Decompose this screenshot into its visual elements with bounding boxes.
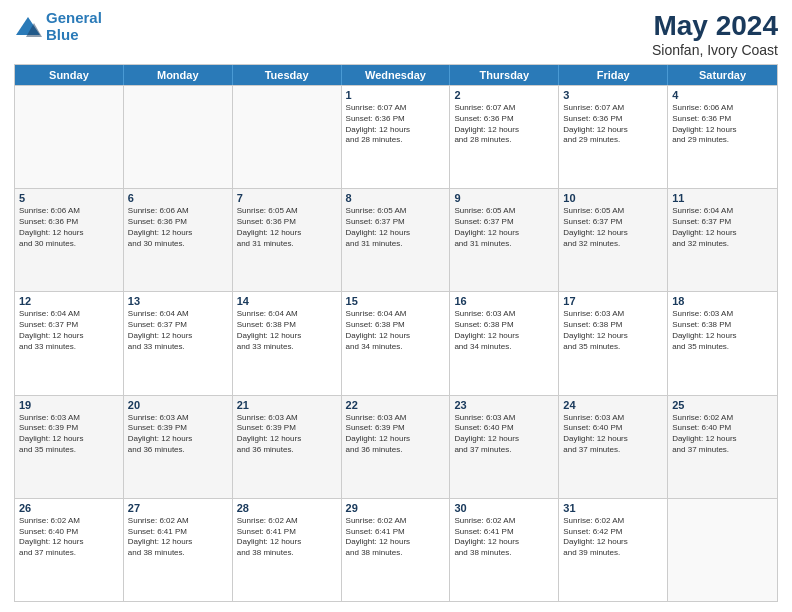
day-number: 3 bbox=[563, 89, 663, 101]
day-number: 18 bbox=[672, 295, 773, 307]
logo-line1: General bbox=[46, 9, 102, 26]
cell-info: Sunrise: 6:05 AM Sunset: 6:37 PM Dayligh… bbox=[346, 206, 446, 249]
calendar-cell: 7Sunrise: 6:05 AM Sunset: 6:36 PM Daylig… bbox=[233, 189, 342, 291]
day-number: 10 bbox=[563, 192, 663, 204]
calendar-cell: 27Sunrise: 6:02 AM Sunset: 6:41 PM Dayli… bbox=[124, 499, 233, 601]
cell-info: Sunrise: 6:07 AM Sunset: 6:36 PM Dayligh… bbox=[563, 103, 663, 146]
cell-info: Sunrise: 6:06 AM Sunset: 6:36 PM Dayligh… bbox=[672, 103, 773, 146]
calendar-cell: 25Sunrise: 6:02 AM Sunset: 6:40 PM Dayli… bbox=[668, 396, 777, 498]
day-number: 9 bbox=[454, 192, 554, 204]
cell-info: Sunrise: 6:03 AM Sunset: 6:38 PM Dayligh… bbox=[672, 309, 773, 352]
calendar-cell: 9Sunrise: 6:05 AM Sunset: 6:37 PM Daylig… bbox=[450, 189, 559, 291]
day-number: 16 bbox=[454, 295, 554, 307]
calendar-header-cell: Tuesday bbox=[233, 65, 342, 85]
logo-text: General Blue bbox=[46, 10, 102, 43]
cell-info: Sunrise: 6:02 AM Sunset: 6:41 PM Dayligh… bbox=[128, 516, 228, 559]
calendar-cell: 14Sunrise: 6:04 AM Sunset: 6:38 PM Dayli… bbox=[233, 292, 342, 394]
cell-info: Sunrise: 6:04 AM Sunset: 6:37 PM Dayligh… bbox=[672, 206, 773, 249]
cell-info: Sunrise: 6:04 AM Sunset: 6:37 PM Dayligh… bbox=[128, 309, 228, 352]
calendar-header-cell: Thursday bbox=[450, 65, 559, 85]
day-number: 12 bbox=[19, 295, 119, 307]
calendar-cell: 13Sunrise: 6:04 AM Sunset: 6:37 PM Dayli… bbox=[124, 292, 233, 394]
day-number: 21 bbox=[237, 399, 337, 411]
day-number: 23 bbox=[454, 399, 554, 411]
calendar-cell bbox=[124, 86, 233, 188]
calendar-header-cell: Saturday bbox=[668, 65, 777, 85]
calendar-cell: 24Sunrise: 6:03 AM Sunset: 6:40 PM Dayli… bbox=[559, 396, 668, 498]
day-number: 8 bbox=[346, 192, 446, 204]
calendar-cell: 26Sunrise: 6:02 AM Sunset: 6:40 PM Dayli… bbox=[15, 499, 124, 601]
calendar-cell: 31Sunrise: 6:02 AM Sunset: 6:42 PM Dayli… bbox=[559, 499, 668, 601]
calendar-cell: 6Sunrise: 6:06 AM Sunset: 6:36 PM Daylig… bbox=[124, 189, 233, 291]
calendar-cell: 4Sunrise: 6:06 AM Sunset: 6:36 PM Daylig… bbox=[668, 86, 777, 188]
day-number: 25 bbox=[672, 399, 773, 411]
day-number: 4 bbox=[672, 89, 773, 101]
day-number: 5 bbox=[19, 192, 119, 204]
cell-info: Sunrise: 6:05 AM Sunset: 6:37 PM Dayligh… bbox=[454, 206, 554, 249]
calendar-cell: 3Sunrise: 6:07 AM Sunset: 6:36 PM Daylig… bbox=[559, 86, 668, 188]
cell-info: Sunrise: 6:02 AM Sunset: 6:41 PM Dayligh… bbox=[237, 516, 337, 559]
calendar-cell: 22Sunrise: 6:03 AM Sunset: 6:39 PM Dayli… bbox=[342, 396, 451, 498]
calendar-cell: 12Sunrise: 6:04 AM Sunset: 6:37 PM Dayli… bbox=[15, 292, 124, 394]
calendar-header-cell: Wednesday bbox=[342, 65, 451, 85]
day-number: 13 bbox=[128, 295, 228, 307]
day-number: 28 bbox=[237, 502, 337, 514]
cell-info: Sunrise: 6:05 AM Sunset: 6:36 PM Dayligh… bbox=[237, 206, 337, 249]
cell-info: Sunrise: 6:05 AM Sunset: 6:37 PM Dayligh… bbox=[563, 206, 663, 249]
cell-info: Sunrise: 6:07 AM Sunset: 6:36 PM Dayligh… bbox=[454, 103, 554, 146]
subtitle: Sionfan, Ivory Coast bbox=[652, 42, 778, 58]
cell-info: Sunrise: 6:04 AM Sunset: 6:37 PM Dayligh… bbox=[19, 309, 119, 352]
cell-info: Sunrise: 6:03 AM Sunset: 6:38 PM Dayligh… bbox=[454, 309, 554, 352]
calendar-cell: 1Sunrise: 6:07 AM Sunset: 6:36 PM Daylig… bbox=[342, 86, 451, 188]
cell-info: Sunrise: 6:02 AM Sunset: 6:41 PM Dayligh… bbox=[454, 516, 554, 559]
day-number: 26 bbox=[19, 502, 119, 514]
day-number: 29 bbox=[346, 502, 446, 514]
calendar-cell: 30Sunrise: 6:02 AM Sunset: 6:41 PM Dayli… bbox=[450, 499, 559, 601]
calendar-cell: 19Sunrise: 6:03 AM Sunset: 6:39 PM Dayli… bbox=[15, 396, 124, 498]
cell-info: Sunrise: 6:03 AM Sunset: 6:39 PM Dayligh… bbox=[237, 413, 337, 456]
day-number: 27 bbox=[128, 502, 228, 514]
calendar-cell: 29Sunrise: 6:02 AM Sunset: 6:41 PM Dayli… bbox=[342, 499, 451, 601]
day-number: 11 bbox=[672, 192, 773, 204]
calendar-cell: 18Sunrise: 6:03 AM Sunset: 6:38 PM Dayli… bbox=[668, 292, 777, 394]
cell-info: Sunrise: 6:02 AM Sunset: 6:42 PM Dayligh… bbox=[563, 516, 663, 559]
calendar-cell: 16Sunrise: 6:03 AM Sunset: 6:38 PM Dayli… bbox=[450, 292, 559, 394]
cell-info: Sunrise: 6:02 AM Sunset: 6:40 PM Dayligh… bbox=[19, 516, 119, 559]
cell-info: Sunrise: 6:03 AM Sunset: 6:40 PM Dayligh… bbox=[563, 413, 663, 456]
calendar-week: 5Sunrise: 6:06 AM Sunset: 6:36 PM Daylig… bbox=[15, 188, 777, 291]
main-title: May 2024 bbox=[652, 10, 778, 42]
calendar-cell: 2Sunrise: 6:07 AM Sunset: 6:36 PM Daylig… bbox=[450, 86, 559, 188]
cell-info: Sunrise: 6:03 AM Sunset: 6:39 PM Dayligh… bbox=[346, 413, 446, 456]
calendar-header-cell: Sunday bbox=[15, 65, 124, 85]
cell-info: Sunrise: 6:02 AM Sunset: 6:40 PM Dayligh… bbox=[672, 413, 773, 456]
day-number: 2 bbox=[454, 89, 554, 101]
logo: General Blue bbox=[14, 10, 102, 43]
day-number: 17 bbox=[563, 295, 663, 307]
day-number: 15 bbox=[346, 295, 446, 307]
calendar-cell: 8Sunrise: 6:05 AM Sunset: 6:37 PM Daylig… bbox=[342, 189, 451, 291]
calendar-week: 12Sunrise: 6:04 AM Sunset: 6:37 PM Dayli… bbox=[15, 291, 777, 394]
calendar-cell: 21Sunrise: 6:03 AM Sunset: 6:39 PM Dayli… bbox=[233, 396, 342, 498]
calendar: SundayMondayTuesdayWednesdayThursdayFrid… bbox=[14, 64, 778, 602]
calendar-week: 26Sunrise: 6:02 AM Sunset: 6:40 PM Dayli… bbox=[15, 498, 777, 601]
day-number: 1 bbox=[346, 89, 446, 101]
day-number: 20 bbox=[128, 399, 228, 411]
day-number: 24 bbox=[563, 399, 663, 411]
calendar-cell: 20Sunrise: 6:03 AM Sunset: 6:39 PM Dayli… bbox=[124, 396, 233, 498]
calendar-body: 1Sunrise: 6:07 AM Sunset: 6:36 PM Daylig… bbox=[15, 85, 777, 601]
logo-line2: Blue bbox=[46, 26, 79, 43]
cell-info: Sunrise: 6:06 AM Sunset: 6:36 PM Dayligh… bbox=[19, 206, 119, 249]
cell-info: Sunrise: 6:06 AM Sunset: 6:36 PM Dayligh… bbox=[128, 206, 228, 249]
calendar-week: 19Sunrise: 6:03 AM Sunset: 6:39 PM Dayli… bbox=[15, 395, 777, 498]
day-number: 6 bbox=[128, 192, 228, 204]
calendar-cell: 5Sunrise: 6:06 AM Sunset: 6:36 PM Daylig… bbox=[15, 189, 124, 291]
title-block: May 2024 Sionfan, Ivory Coast bbox=[652, 10, 778, 58]
page: General Blue May 2024 Sionfan, Ivory Coa… bbox=[0, 0, 792, 612]
calendar-cell: 28Sunrise: 6:02 AM Sunset: 6:41 PM Dayli… bbox=[233, 499, 342, 601]
day-number: 7 bbox=[237, 192, 337, 204]
cell-info: Sunrise: 6:04 AM Sunset: 6:38 PM Dayligh… bbox=[346, 309, 446, 352]
calendar-cell: 10Sunrise: 6:05 AM Sunset: 6:37 PM Dayli… bbox=[559, 189, 668, 291]
cell-info: Sunrise: 6:07 AM Sunset: 6:36 PM Dayligh… bbox=[346, 103, 446, 146]
calendar-header: SundayMondayTuesdayWednesdayThursdayFrid… bbox=[15, 65, 777, 85]
calendar-week: 1Sunrise: 6:07 AM Sunset: 6:36 PM Daylig… bbox=[15, 85, 777, 188]
